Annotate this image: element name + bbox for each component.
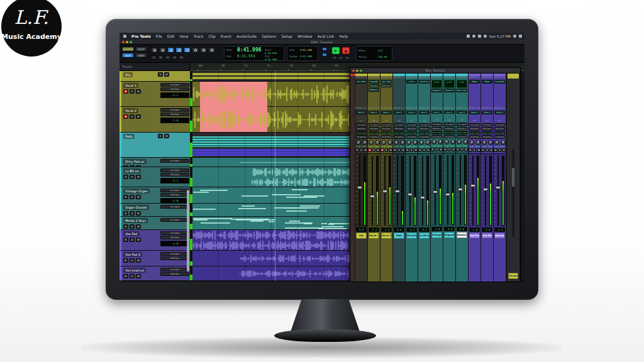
strip-solo-button[interactable]: S <box>448 148 452 151</box>
fader-handle[interactable] <box>395 190 400 193</box>
fader-zone[interactable] <box>355 153 367 228</box>
automation-mode-selector[interactable]: auto read <box>457 131 467 134</box>
pan-knob-right[interactable] <box>475 140 480 145</box>
search-icon[interactable] <box>513 35 516 38</box>
main-counter-display[interactable]: Main 0:41.996 Sub 0:11.951 Start 0:30.04… <box>224 46 284 61</box>
group-solo-button[interactable]: S <box>158 134 163 138</box>
menu-item-clip[interactable]: Clip <box>208 33 215 40</box>
fader-handle[interactable] <box>483 188 488 191</box>
automation-mode-selector[interactable]: auto read <box>431 131 442 134</box>
grabber-tool-button[interactable] <box>175 47 182 53</box>
pan-knob-left[interactable] <box>394 140 399 145</box>
mute-button[interactable]: M <box>136 258 141 263</box>
track-header-organ-double[interactable]: Organ DoubleRSMno input <box>119 204 190 217</box>
mixer-strip-organdoble[interactable]: INSERTS A-E▸ 01Xpand!2SENDS A-Ebus 1I/On… <box>443 74 456 282</box>
input-selector[interactable]: no input <box>381 123 392 127</box>
pan-knob-right[interactable] <box>425 140 430 145</box>
zoom-preset-4[interactable]: 4 <box>172 55 177 60</box>
strip-mute-button[interactable]: M <box>439 148 443 151</box>
link-selection-toggle[interactable] <box>322 53 327 57</box>
side-panel-label[interactable]: Vocals <box>508 273 518 279</box>
input-selector[interactable]: no input <box>394 123 404 127</box>
pencil-tool-button[interactable] <box>192 47 199 53</box>
strip-mute-button[interactable]: M <box>426 148 430 152</box>
track-lane-lo-bit-uo[interactable] <box>192 167 350 187</box>
output-selector[interactable]: MIX-Bus <box>406 127 417 131</box>
strip-mute-button[interactable]: M <box>376 148 380 152</box>
group-selector[interactable]: no group <box>431 135 442 139</box>
record-arm-button[interactable]: R <box>123 195 128 199</box>
input-path-selector[interactable]: no input <box>160 231 189 235</box>
track-header-vocal-1[interactable]: Vocal 1RSMno inputMIX-Bus-2.1 <box>119 82 190 107</box>
track-header-dirty-pad-uo[interactable]: Dirty Pad.uoRSMno input <box>119 158 190 167</box>
record-arm-button[interactable]: R <box>123 258 128 263</box>
solo-button[interactable]: S <box>130 195 135 199</box>
track-lane-vintage-organ[interactable] <box>192 187 350 204</box>
track-lane-media-2-keys[interactable] <box>192 217 350 230</box>
output-selector[interactable]: MIX-Bus <box>381 127 392 131</box>
smart-tool-button[interactable] <box>200 47 207 53</box>
group-selector[interactable]: no group <box>457 135 467 139</box>
menu-item-window[interactable]: Window <box>297 33 313 40</box>
track-header-vox-lead-uo[interactable]: Vox Lead.uoRSMno inputMIX-Bus <box>119 266 190 281</box>
fader-handle[interactable] <box>370 195 375 198</box>
track-header-vox-pad-2[interactable]: Vox Pad 2RSMno inputMIX-Bus <box>119 251 190 266</box>
bluetooth-status-icon[interactable] <box>472 35 475 38</box>
input-selector[interactable]: no input <box>482 123 492 127</box>
track-header-vox[interactable]: VoxSM <box>119 71 190 82</box>
solo-button[interactable]: S <box>130 89 135 94</box>
automation-mode-selector[interactable]: auto read <box>406 131 417 135</box>
record-arm-button[interactable]: R <box>123 274 128 278</box>
pan-knob-left[interactable] <box>369 140 374 145</box>
automation-mode-selector[interactable]: auto read <box>469 131 480 135</box>
stop-button[interactable] <box>345 56 350 60</box>
strip-mute-button[interactable]: M <box>502 148 506 152</box>
group-selector[interactable]: no group <box>482 135 492 139</box>
track-lane-pads[interactable] <box>192 133 350 158</box>
strip-name-label[interactable]: VoxLead.uo <box>494 233 505 239</box>
output-path-selector[interactable]: MIX-Bus <box>160 193 189 197</box>
mixer-strip-vintagorgn[interactable]: INSERTS A-E▸ 01Xpand!2SENDS A-Ebus 1I/On… <box>431 74 443 282</box>
menu-item-edit[interactable]: Edit <box>167 33 175 40</box>
solo-button[interactable]: S <box>130 114 135 119</box>
fader-handle[interactable] <box>458 188 463 191</box>
record-arm-button[interactable]: R <box>123 114 128 119</box>
pan-knob-left[interactable] <box>356 140 361 145</box>
track-lane-vox-pad[interactable] <box>192 230 350 251</box>
strip-name-label[interactable]: DirtyPd.uo <box>406 233 417 239</box>
input-path-selector[interactable]: no input <box>160 83 189 87</box>
input-selector[interactable]: no input <box>494 123 505 127</box>
minimize-window-button[interactable] <box>126 41 128 43</box>
strip-name-label[interactable]: Vox Pad <box>469 233 480 239</box>
tempo-meter-display[interactable]: Meter 4/4 Tempo 120.00 <box>356 46 392 61</box>
input-path-selector[interactable]: no input <box>160 252 189 256</box>
fader-zone[interactable] <box>431 153 443 227</box>
record-arm-button[interactable]: R <box>123 89 128 94</box>
track-header-pads[interactable]: PadsSM <box>119 133 190 158</box>
trim-tool-button[interactable] <box>159 47 166 53</box>
pan-knob-left[interactable] <box>381 140 386 145</box>
strip-record-button[interactable]: R <box>418 148 422 152</box>
shuffle-mode-button[interactable]: SHUFFLE <box>122 47 134 52</box>
strip-solo-button[interactable]: S <box>410 148 414 152</box>
track-lane-vox[interactable] <box>192 71 350 82</box>
track-lane-vox-lead-uo[interactable] <box>192 266 350 281</box>
close-window-button[interactable] <box>122 41 125 43</box>
strip-record-button[interactable]: R <box>494 148 497 152</box>
fader-handle[interactable] <box>357 186 362 189</box>
fader-zone[interactable] <box>469 153 480 228</box>
wifi-status-icon[interactable] <box>484 35 487 38</box>
rewind-button[interactable] <box>332 56 337 60</box>
menu-item-view[interactable]: View <box>179 33 188 40</box>
track-lane-vox-pad-2[interactable] <box>192 251 350 266</box>
zoom-preset-3[interactable]: 3 <box>165 55 170 60</box>
menu-item-file[interactable]: File <box>156 33 162 40</box>
fast-forward-button[interactable] <box>338 56 343 60</box>
fader-handle[interactable] <box>433 190 438 194</box>
strip-record-button[interactable]: R <box>380 148 384 152</box>
automation-mode-selector[interactable]: auto read <box>381 131 392 135</box>
mixer-strip-voxlead-uo[interactable]: INSERTS A-EPrpleMXSENDS A-EVerb 2I/Ono i… <box>494 74 506 282</box>
menu-item-options[interactable]: Options <box>262 33 276 40</box>
automation-mode-selector[interactable]: auto read <box>394 131 404 135</box>
strip-solo-button[interactable]: S <box>435 148 439 151</box>
